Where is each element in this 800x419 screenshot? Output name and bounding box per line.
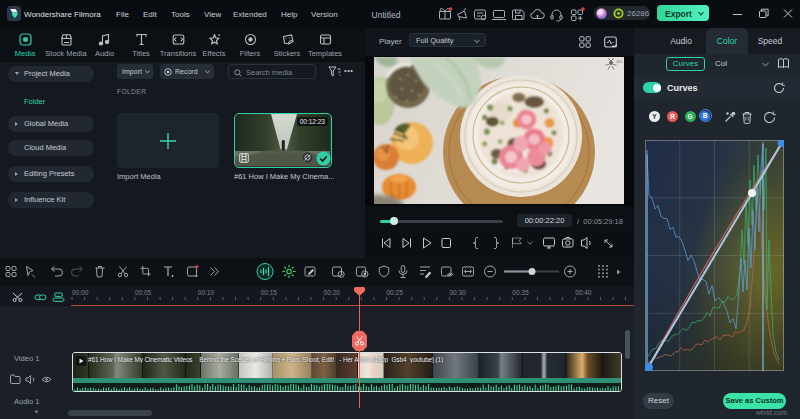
svg-text:485: 485 (616, 59, 623, 64)
